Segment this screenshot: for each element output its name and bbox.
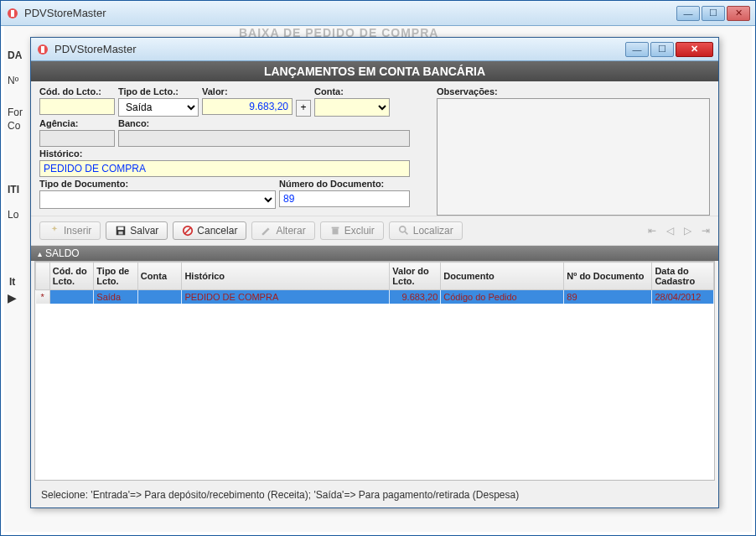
- modal-window: PDVStoreMaster — ☐ ✕ LANÇAMENTOS EM CONT…: [30, 37, 719, 508]
- toolbar: Inserir Salvar Cancelar Alterar Excluir …: [31, 216, 718, 246]
- alterar-button[interactable]: Alterar: [251, 221, 314, 240]
- label-historico: Histórico:: [39, 148, 410, 159]
- col-numdoc[interactable]: Nº do Documento: [564, 263, 652, 290]
- section-saldo-header[interactable]: ▴ SALDO: [31, 246, 718, 261]
- form-area: Cód. do Lcto.: Tipo de Lcto.: Saída Valo…: [31, 81, 718, 216]
- col-conta[interactable]: Conta: [137, 263, 182, 290]
- excluir-button[interactable]: Excluir: [320, 221, 384, 240]
- maximize-button[interactable]: ☐: [702, 6, 725, 21]
- outer-titlebar[interactable]: PDVStoreMaster — ☐ ✕: [1, 1, 755, 26]
- modal-maximize-button[interactable]: ☐: [650, 42, 674, 57]
- nav-last-icon[interactable]: ⇥: [702, 225, 710, 237]
- trash-icon: [329, 225, 341, 237]
- cell-data: 28/04/2012: [652, 290, 714, 304]
- svg-rect-6: [119, 232, 123, 235]
- back-label-lo: Lo: [8, 209, 18, 221]
- back-label-co: Co: [8, 120, 20, 132]
- input-cod-lcto[interactable]: [39, 98, 115, 115]
- col-data[interactable]: Data do Cadastro: [652, 263, 714, 290]
- textarea-observacoes[interactable]: [437, 98, 710, 216]
- svg-rect-1: [11, 10, 14, 17]
- alterar-label: Alterar: [276, 225, 305, 237]
- svg-rect-10: [331, 227, 339, 229]
- label-num-doc: Número do Documento:: [279, 179, 410, 189]
- plus-button[interactable]: +: [296, 100, 311, 117]
- select-tipo-lcto[interactable]: Saída: [118, 98, 199, 117]
- cancel-icon: [182, 225, 194, 237]
- svg-point-11: [400, 226, 406, 232]
- back-label-iti: ITI: [8, 184, 19, 195]
- svg-line-8: [185, 228, 191, 234]
- nav-prev-icon[interactable]: ◁: [666, 225, 674, 237]
- svg-rect-9: [332, 228, 338, 234]
- outer-window-controls: — ☐ ✕: [676, 6, 750, 21]
- nav-first-icon[interactable]: ⇤: [648, 225, 656, 237]
- nav-next-icon[interactable]: ▷: [684, 225, 691, 237]
- minimize-button[interactable]: —: [676, 6, 700, 21]
- label-conta: Conta:: [314, 86, 390, 96]
- back-label-no: Nº: [8, 75, 18, 86]
- cell-tipo: Saída: [94, 290, 138, 304]
- col-rowmark[interactable]: [36, 263, 50, 290]
- back-label-it: It: [9, 276, 15, 288]
- input-num-doc[interactable]: [279, 190, 410, 207]
- svg-line-12: [405, 232, 408, 235]
- col-historico[interactable]: Histórico: [182, 263, 390, 290]
- col-tipo[interactable]: Tipo de Lcto.: [94, 263, 138, 290]
- salvar-button[interactable]: Salvar: [106, 221, 168, 240]
- modal-close-button[interactable]: ✕: [676, 42, 713, 57]
- close-button[interactable]: ✕: [727, 6, 750, 21]
- input-agencia: [39, 130, 115, 147]
- modal-title: PDVStoreMaster: [54, 43, 625, 55]
- row-marker: *: [36, 290, 50, 304]
- svg-rect-5: [118, 227, 124, 231]
- table-row[interactable]: * Saída PEDIDO DE COMPRA 9.683,20 Código…: [36, 290, 714, 304]
- inserir-label: Inserir: [64, 225, 91, 237]
- edit-icon: [261, 225, 272, 237]
- select-conta[interactable]: [314, 98, 390, 117]
- sparkle-icon: [49, 225, 60, 237]
- cell-valor: 9.683,20: [390, 290, 441, 304]
- localizar-button[interactable]: Localizar: [389, 221, 463, 240]
- input-banco: [118, 130, 410, 147]
- svg-rect-3: [41, 46, 44, 53]
- label-tipo-lcto: Tipo de Lcto.:: [118, 86, 199, 96]
- back-label-for: For: [8, 107, 23, 118]
- cell-cod: [49, 290, 94, 304]
- search-icon: [398, 225, 410, 237]
- label-banco: Banco:: [118, 118, 410, 128]
- save-icon: [115, 225, 127, 237]
- app-icon: [6, 7, 19, 20]
- cancelar-label: Cancelar: [197, 225, 237, 237]
- input-valor[interactable]: [202, 98, 293, 115]
- saldo-grid[interactable]: Cód. do Lcto. Tipo de Lcto. Conta Histór…: [34, 261, 715, 481]
- col-documento[interactable]: Documento: [441, 263, 564, 290]
- inserir-button[interactable]: Inserir: [39, 221, 101, 240]
- salvar-label: Salvar: [130, 225, 158, 237]
- cell-historico: PEDIDO DE COMPRA: [182, 290, 390, 304]
- localizar-label: Localizar: [413, 225, 453, 237]
- modal-app-icon: [36, 43, 49, 56]
- select-tipo-doc[interactable]: [39, 190, 276, 209]
- label-agencia: Agência:: [39, 118, 115, 128]
- status-bar: Selecione: 'Entrada'=> Para depósito/rec…: [34, 486, 715, 504]
- col-cod[interactable]: Cód. do Lcto.: [49, 263, 94, 290]
- col-valor[interactable]: Valor do Lcto.: [390, 263, 441, 290]
- label-observacoes: Observações:: [437, 86, 710, 96]
- modal-window-controls: — ☐ ✕: [625, 42, 713, 57]
- modal-minimize-button[interactable]: —: [625, 42, 649, 57]
- grid-header-row: Cód. do Lcto. Tipo de Lcto. Conta Histór…: [36, 263, 714, 290]
- modal-titlebar[interactable]: PDVStoreMaster — ☐ ✕: [31, 38, 718, 61]
- back-label-da: DA: [8, 49, 22, 61]
- cell-conta: [137, 290, 182, 304]
- input-historico[interactable]: [39, 160, 410, 177]
- nav-arrows: ⇤ ◁ ▷ ⇥: [648, 225, 710, 237]
- observacoes-group: Observações:: [437, 86, 710, 216]
- row-indicator-arrow-icon: ▶: [8, 291, 17, 304]
- excluir-label: Excluir: [344, 225, 375, 237]
- label-tipo-doc: Tipo de Documento:: [39, 179, 276, 189]
- cell-numdoc: 89: [564, 290, 652, 304]
- outer-title: PDVStoreMaster: [24, 7, 676, 19]
- cancelar-button[interactable]: Cancelar: [173, 221, 246, 240]
- modal-header: LANÇAMENTOS EM CONTA BANCÁRIA: [31, 61, 718, 81]
